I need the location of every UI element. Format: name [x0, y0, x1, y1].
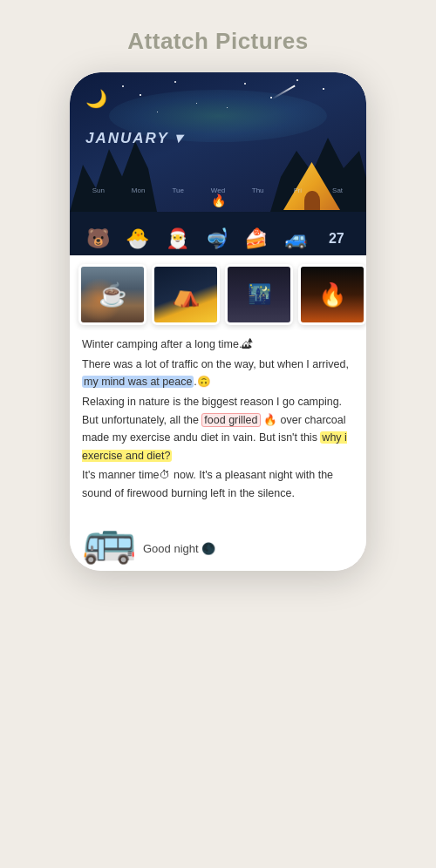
campfire-illustration: 🔥 — [211, 193, 226, 207]
day-wed: Wed — [205, 186, 231, 194]
cal-item-7[interactable]: 27 — [324, 231, 350, 247]
good-night-text: Good night 🌑 — [143, 542, 215, 555]
page-title: Attatch Pictures — [127, 28, 308, 55]
phone-mockup: 🌙 JANUARY ▾ 🔥 Sun Mon Tue Wed Thu Fri Sa… — [70, 72, 366, 571]
cal-item-6[interactable]: 🚙 — [284, 227, 308, 250]
photos-strip: ☕ ⛺ 🌃 🔥 — [70, 255, 366, 330]
day-mon: Mon — [126, 186, 152, 194]
highlight-peace: my mind was at peace — [82, 376, 194, 388]
photo-bonfire[interactable]: 🔥 — [298, 264, 366, 325]
van-icon: 🚌 — [82, 519, 136, 562]
photo-cup-bg: ☕ — [81, 267, 144, 322]
calendar-emoji-row: 🐻 🐣 🎅 🤿 🍰 🚙 27 — [78, 227, 358, 250]
month-label: JANUARY — [85, 130, 169, 146]
calendar-header: 🌙 JANUARY ▾ 🔥 Sun Mon Tue Wed Thu Fri Sa… — [70, 72, 366, 255]
cal-item-4[interactable]: 🤿 — [205, 227, 228, 250]
photo-string-lights[interactable]: 🌃 — [225, 264, 293, 325]
day-tue: Tue — [165, 186, 191, 194]
journal-line-4: It's manner time⏱ now. It's a pleasant n… — [82, 466, 354, 502]
day-fri: Fri — [284, 186, 310, 194]
journal-text-1: Winter camping after a long time.🏕 — [82, 338, 253, 350]
photo-lights-bg: 🌃 — [228, 267, 290, 322]
day-sat: Sat — [324, 186, 351, 194]
cal-item-5[interactable]: 🍰 — [244, 227, 268, 250]
journal-text-2b: .🙃 — [194, 376, 210, 388]
day-thu: Thu — [245, 186, 271, 194]
journal-line-1: Winter camping after a long time.🏕 — [82, 336, 354, 354]
journal-line-2: There was a lot of traffic on the way, b… — [82, 356, 354, 391]
photo-tent-bg: ⛺ — [154, 267, 217, 322]
journal-content: Winter camping after a long time.🏕 There… — [70, 330, 366, 513]
crescent-moon: 🌙 — [85, 88, 107, 109]
chevron-down-icon: ▾ — [174, 130, 184, 146]
day-headers-row: Sun Mon Tue Wed Thu Fri Sat — [78, 186, 358, 194]
cal-item-1[interactable]: 🐻 — [86, 227, 110, 250]
cal-item-3[interactable]: 🎅 — [166, 227, 189, 250]
photo-tent[interactable]: ⛺ — [152, 264, 220, 325]
journal-line-3: Relaxing in nature is the biggest reason… — [82, 393, 354, 465]
photo-camp-cup[interactable]: ☕ — [78, 264, 146, 325]
highlight-food-grilled: food grilled — [201, 413, 260, 427]
day-sun: Sun — [85, 186, 112, 194]
bottom-scene: 🚌 Good night 🌑 — [70, 513, 366, 571]
journal-text-4: It's manner time⏱ now. It's a pleasant n… — [82, 469, 333, 499]
photo-bonfire-bg: 🔥 — [301, 267, 364, 322]
fire-emoji: 🔥 — [263, 414, 277, 426]
cal-item-2[interactable]: 🐣 — [126, 227, 149, 250]
journal-text-2a: There was a lot of traffic on the way, b… — [82, 358, 349, 370]
